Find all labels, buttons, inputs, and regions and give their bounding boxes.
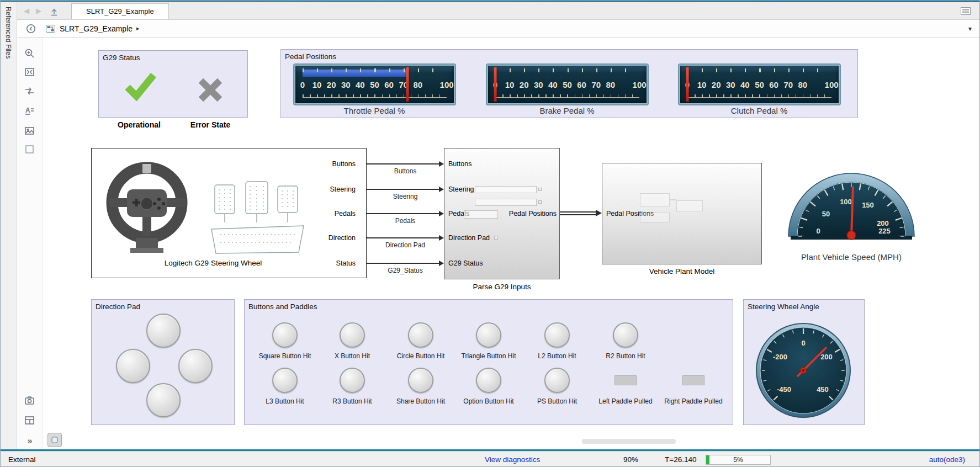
dpad-up-lamp[interactable] [146, 314, 181, 348]
r2-button-lamp[interactable] [613, 322, 638, 348]
subsystem-preview [475, 186, 537, 193]
breadcrumb-bar: SLRT_G29_Example ▸ ▾ [17, 20, 979, 38]
viewmark-icon[interactable] [24, 395, 36, 407]
expand-toolbar-icon[interactable]: » [24, 435, 36, 447]
x-button-lamp[interactable] [340, 322, 365, 348]
in-port-buttons: Buttons [448, 160, 472, 168]
layout-windows-icon[interactable] [24, 415, 36, 427]
signal-wire[interactable] [367, 237, 440, 238]
gauge-baseline [495, 94, 639, 98]
zoom-icon[interactable] [24, 47, 36, 60]
subsystem-preview [494, 236, 498, 240]
forward-icon[interactable]: ▶ [36, 7, 41, 15]
referenced-files-tab[interactable]: Referenced Files [1, 2, 17, 449]
square-button-lamp[interactable] [272, 322, 298, 348]
direction-pad-area[interactable]: Direction Pad [91, 299, 235, 425]
triangle-button-lamp[interactable] [476, 322, 501, 348]
brake-gauge-label: Brake Pedal % [539, 106, 594, 115]
signal-wire[interactable] [367, 213, 440, 214]
image-annotation-icon[interactable] [24, 125, 36, 137]
breadcrumb-arrow-icon: ▸ [136, 25, 140, 32]
dpad-right-lamp[interactable] [178, 349, 213, 383]
circle-button-lamp[interactable] [408, 322, 433, 348]
annotation-icon[interactable]: A [24, 104, 36, 116]
steering-gauge[interactable]: 0 -200 200 -450 450 [751, 318, 856, 423]
step-arrows-icon[interactable] [24, 85, 36, 97]
g29-status-area[interactable]: G29 Status [98, 50, 248, 118]
speed-gauge-label: Plant Vehicle Speed (MPH) [801, 252, 902, 262]
lamp-label: PS Button Hit [537, 397, 577, 405]
pedals-graphic [209, 177, 306, 254]
speed-gauge[interactable]: 0 50 100 150 200 225 [785, 166, 918, 243]
dpad-left-lamp[interactable] [116, 349, 150, 383]
fit-to-view-icon[interactable] [24, 66, 36, 78]
breadcrumb-title[interactable]: SLRT_G29_Example [60, 24, 133, 33]
tick-label: 60 [384, 80, 394, 89]
wire-arrowhead [439, 187, 444, 192]
operational-label: Operational [118, 120, 161, 129]
solver-link[interactable]: auto(ode3) [929, 452, 965, 467]
steer-tick-200: 200 [820, 353, 833, 361]
tick-label: 80 [606, 80, 616, 89]
share-button-lamp[interactable] [408, 368, 433, 393]
model-data-badge[interactable] [47, 433, 62, 447]
operational-check-icon[interactable] [124, 71, 157, 101]
g29-wheel-block[interactable]: Buttons Steering Pedals Direction Status… [91, 148, 367, 278]
l2-button-lamp[interactable] [544, 322, 570, 348]
wire-label[interactable]: Steering [393, 193, 418, 200]
signal-wire[interactable] [367, 189, 440, 190]
bus-wire[interactable] [560, 214, 596, 215]
vehicle-plant-block[interactable]: Pedal Positions [602, 163, 762, 264]
wire-label[interactable]: Buttons [394, 167, 417, 175]
left-paddle-indicator[interactable] [615, 375, 637, 385]
tick-label: 40 [356, 80, 365, 89]
signal-wire[interactable] [367, 163, 440, 164]
breadcrumb-dropdown-icon[interactable]: ▾ [968, 25, 972, 33]
up-to-parent-icon[interactable] [49, 6, 59, 16]
wire-arrowhead [439, 261, 444, 266]
bus-arrowhead [596, 210, 602, 216]
property-inspector-icon[interactable] [961, 7, 971, 15]
model-tab[interactable]: SLRT_G29_Example [71, 3, 169, 19]
bus-wire[interactable] [560, 211, 596, 213]
clutch-gauge[interactable]: 0 10 20 30 40 50 60 70 80 100 [679, 65, 840, 104]
parse-g29-block[interactable]: Buttons Steering Pedals Direction Pad G2… [444, 148, 560, 279]
wire-label[interactable]: G29_Status [388, 267, 422, 274]
simulation-mode-label: External [8, 452, 36, 467]
horizontal-scrollbar-thumb[interactable] [582, 439, 676, 444]
throttle-gauge[interactable]: 0 10 20 30 40 50 60 70 80 100 [294, 65, 455, 104]
lamp-label: Share Button Hit [396, 397, 445, 405]
hide-browser-icon[interactable] [26, 24, 36, 34]
tick-label: 60 [769, 80, 778, 89]
r3-button-lamp[interactable] [340, 368, 365, 393]
subsystem-preview [464, 210, 498, 219]
parse-g29-block-label: Parse G29 Inputs [473, 283, 531, 291]
dpad-down-lamp[interactable] [146, 383, 181, 417]
area-annotation-icon[interactable] [24, 144, 36, 156]
l3-button-lamp[interactable] [272, 368, 298, 393]
tick-label: 100 [440, 80, 454, 89]
subsystem-preview [670, 199, 676, 200]
model-canvas[interactable]: G29 Status Operational Error State Pedal… [43, 38, 980, 449]
view-diagnostics-link[interactable]: View diagnostics [485, 452, 540, 467]
gauge-baseline [303, 94, 447, 98]
ps-button-lamp[interactable] [544, 368, 570, 393]
gauge-tickmarks [495, 68, 639, 72]
brake-gauge[interactable]: 0 10 20 30 40 50 60 70 80 100 [487, 65, 648, 104]
steering-angle-title: Steering Wheel Angle [744, 300, 864, 311]
wire-label[interactable]: Direction Pad [385, 241, 425, 249]
clutch-needle [686, 67, 688, 102]
in-port-direction-pad: Direction Pad [448, 234, 490, 242]
subsystem-preview [676, 200, 703, 211]
speed-tick-100: 100 [840, 198, 852, 206]
out-port-steering: Steering [306, 185, 356, 193]
signal-wire[interactable] [367, 263, 440, 264]
right-paddle-indicator[interactable] [682, 375, 704, 385]
back-icon[interactable]: ◀ [24, 7, 29, 15]
option-button-lamp[interactable] [476, 368, 501, 393]
buttons-paddles-area[interactable]: Buttons and Paddles [244, 299, 733, 425]
subsystem-preview [640, 193, 670, 206]
error-x-icon[interactable] [196, 76, 225, 104]
lamp-label: Left Paddle Pulled [598, 397, 652, 405]
wire-label[interactable]: Pedals [395, 217, 416, 225]
